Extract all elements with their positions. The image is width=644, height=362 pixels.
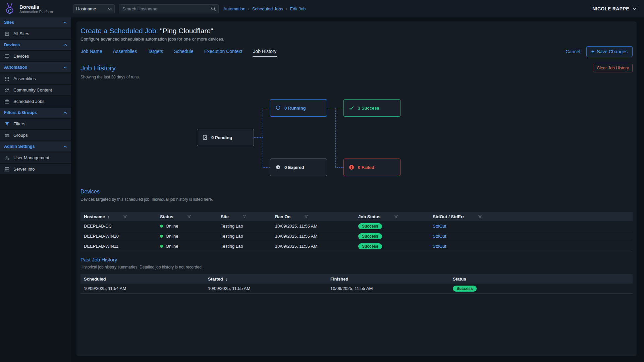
tab-schedule[interactable]: Schedule <box>173 46 194 57</box>
breadcrumb-scheduled-jobs[interactable]: Scheduled Jobs <box>252 6 283 11</box>
success-check-icon <box>349 105 354 111</box>
flow-connector <box>254 137 263 138</box>
stdout-link[interactable]: StdOut <box>433 244 446 249</box>
stdout-link[interactable]: StdOut <box>433 234 446 239</box>
flow-failed-box[interactable]: 0 Failed <box>343 159 400 176</box>
tab-assemblies[interactable]: Assemblies <box>113 46 138 57</box>
online-dot-icon <box>160 245 163 248</box>
filter-icon[interactable] <box>394 215 398 219</box>
past-job-history-heading: Past Job History <box>80 257 633 262</box>
filter-funnel-icon <box>4 121 10 127</box>
cell-job-status: Success <box>355 231 429 241</box>
job-history-subheading: Showing the last 30 days of runs. <box>80 75 633 79</box>
flow-connector <box>327 108 335 108</box>
job-history-header-row: Job History Clear Job History <box>80 64 633 72</box>
brand-name: Borealis <box>19 4 53 10</box>
column-header-job-status[interactable]: Job Status <box>355 212 429 221</box>
column-header-hostname[interactable]: Hostname ↑ <box>80 212 157 221</box>
chevron-up-icon <box>63 21 67 24</box>
cell-status: Success <box>449 284 633 294</box>
sidebar-item-devices[interactable]: Devices <box>0 51 71 61</box>
tab-bar: Job Name Assemblies Targets Schedule Exe… <box>80 46 633 57</box>
flow-connector <box>335 167 343 168</box>
cell-stdout: StdOut <box>429 221 633 231</box>
search-icon[interactable] <box>211 6 216 11</box>
filter-icon[interactable] <box>123 215 127 219</box>
brand: Borealis Automation Platform <box>0 2 71 15</box>
cell-site: Testing Lab <box>217 231 272 241</box>
sidebar-item-filters[interactable]: Filters <box>0 119 71 129</box>
sidebar-section-sites[interactable]: Sites <box>0 17 71 27</box>
cell-hostname: DEEPLAB-DC <box>80 221 157 231</box>
sort-desc-icon: ↓ <box>225 277 228 282</box>
flow-success-box[interactable]: 3 Success <box>343 99 400 117</box>
chevron-down-icon <box>108 8 112 10</box>
stdout-link[interactable]: StdOut <box>433 224 446 229</box>
sidebar-item-groups[interactable]: Groups <box>0 130 71 140</box>
tab-job-name[interactable]: Job Name <box>80 46 103 57</box>
cell-status: Online <box>157 231 217 241</box>
filter-icon[interactable] <box>304 215 308 219</box>
devices-heading: Devices <box>80 189 633 195</box>
server-info-icon <box>4 167 10 172</box>
flow-connector <box>263 108 270 108</box>
column-header-status[interactable]: Status <box>449 274 633 284</box>
sidebar-item-all-sites[interactable]: All Sites <box>0 28 71 39</box>
column-header-site[interactable]: Site <box>217 212 272 221</box>
status-badge: Success <box>358 223 382 229</box>
filter-icon[interactable] <box>478 215 482 219</box>
column-header-started[interactable]: Started↓ <box>205 274 327 284</box>
cell-job-status: Success <box>355 241 429 251</box>
sidebar-item-community-content[interactable]: Community Content <box>0 85 71 95</box>
sidebar-section-filters-groups[interactable]: Filters & Groups <box>0 108 71 118</box>
online-dot-icon <box>160 225 163 228</box>
past-table-header: Scheduled Started↓ Finished Status <box>80 274 633 284</box>
brand-subtitle: Automation Platform <box>19 10 53 14</box>
sidebar-item-scheduled-jobs[interactable]: Scheduled Jobs <box>0 96 71 107</box>
cell-ran-on: 10/09/2025, 11:55 AM <box>272 231 355 241</box>
tab-actions: Cancel + Save Changes <box>566 46 633 57</box>
hostname-select-value: Hostname <box>76 6 96 11</box>
sidebar-section-devices[interactable]: Devices <box>0 40 71 50</box>
flow-expired-box[interactable]: 0 Expired <box>270 159 327 176</box>
job-history-heading: Job History <box>80 64 116 72</box>
table-row: DEEPLAB-WIN11 Online Testing Lab 10/09/2… <box>80 241 633 251</box>
cell-status: Online <box>157 241 217 251</box>
cell-job-status: Success <box>355 221 429 231</box>
column-header-finished[interactable]: Finished <box>327 274 449 284</box>
breadcrumb-edit-job[interactable]: Edit Job <box>290 6 306 11</box>
flow-connector <box>263 167 270 168</box>
cell-hostname: DEEPLAB-WIN10 <box>80 231 157 241</box>
page-title-job-name: "Ping Cloudflare" <box>160 27 213 35</box>
flow-pending-box[interactable]: 0 Pending <box>197 129 254 146</box>
sidebar-section-admin-settings[interactable]: Admin Settings <box>0 141 71 152</box>
sidebar-item-assemblies[interactable]: Assemblies <box>0 73 71 84</box>
column-header-ran-on[interactable]: Ran On <box>272 212 355 221</box>
tab-targets[interactable]: Targets <box>147 46 163 57</box>
column-header-scheduled[interactable]: Scheduled <box>80 274 205 284</box>
breadcrumb-automation[interactable]: Automation <box>223 6 246 11</box>
hostname-select[interactable]: Hostname <box>73 4 115 13</box>
clear-job-history-button[interactable]: Clear Job History <box>593 64 633 72</box>
column-header-stdout-stderr[interactable]: StdOut / StdErr <box>429 212 633 221</box>
save-changes-button[interactable]: + Save Changes <box>586 46 633 57</box>
tab-execution-context[interactable]: Execution Context <box>204 46 243 57</box>
flow-running-box[interactable]: 0 Running <box>270 99 327 117</box>
sidebar-item-server-info[interactable]: Server Info <box>0 164 71 174</box>
sidebar-section-automation[interactable]: Automation <box>0 62 71 72</box>
cancel-button[interactable]: Cancel <box>566 49 580 54</box>
tab-job-history[interactable]: Job History <box>253 46 277 57</box>
table-row: 10/09/2025, 11:54 AM 10/09/2025, 11:55 A… <box>80 284 633 294</box>
user-menu[interactable]: NICOLE RAPPE <box>592 6 637 11</box>
devices-table: Hostname ↑ Status Site Ran On Job <box>80 212 633 251</box>
sidebar-item-user-management[interactable]: User Management <box>0 153 71 163</box>
search-input[interactable] <box>119 4 219 13</box>
column-header-status[interactable]: Status <box>157 212 217 221</box>
cell-stdout: StdOut <box>429 231 633 241</box>
filter-icon[interactable] <box>187 215 191 219</box>
status-badge: Success <box>358 243 382 249</box>
sort-asc-icon: ↑ <box>107 214 110 219</box>
cell-site: Testing Lab <box>217 221 272 231</box>
chevron-up-icon <box>63 66 67 69</box>
filter-icon[interactable] <box>243 215 247 219</box>
